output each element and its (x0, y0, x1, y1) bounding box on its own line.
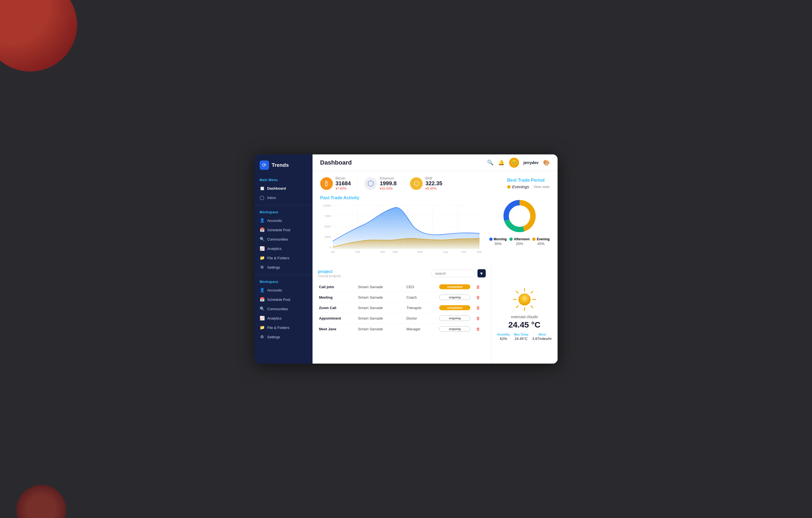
svg-line-33 (531, 306, 533, 308)
delete-icon[interactable]: 🗑 (472, 327, 484, 331)
evening-pct: 45% (538, 242, 545, 246)
svg-text:April: April (393, 250, 398, 253)
sidebar-item-schedule-label: Schedule Post (267, 228, 290, 232)
delete-icon[interactable]: 🗑 (472, 295, 484, 300)
svg-text:Mar: Mar (380, 250, 385, 253)
wind-label: Wind (538, 333, 546, 336)
workspace-label: Workspace (255, 208, 313, 216)
sidebar-item-dashboard[interactable]: ▦ Dashboard (255, 184, 313, 193)
person-name: Sriram Sarvade (358, 306, 405, 310)
search-button[interactable]: 🔍 (487, 159, 494, 166)
sidebar: ⟳ Trends Main Menu ▦ Dashboard ◯ Inbox W… (255, 154, 313, 364)
legend-afternoon: Afternoon 25% (510, 237, 529, 246)
maxtemp-value: 24.45°C (515, 337, 528, 341)
afternoon-pct: 25% (516, 242, 523, 246)
role-name: Coach (406, 295, 437, 300)
table-row: Meet Jane Sriram Sarvade Manager ongoing… (318, 324, 486, 334)
svg-text:10000: 10000 (323, 204, 331, 207)
sidebar-item-settings2[interactable]: ⚙ Settings (255, 332, 313, 342)
humidity-label: Humidity (497, 333, 510, 336)
svg-line-32 (516, 291, 518, 293)
task-name: Appointment (319, 316, 356, 321)
sidebar-item-schedule2[interactable]: 📅 Schedule Post (255, 295, 313, 304)
accounts-icon: 👤 (260, 218, 265, 223)
legend-evening: Evening 45% (532, 237, 550, 246)
crypto-row: ₿ Bitcoin 31684 ▾7.60% ⬡ Ethereum (320, 176, 550, 190)
palette-icon[interactable]: 🎨 (543, 159, 550, 166)
sidebar-divider2 (255, 275, 313, 275)
sidebar-item-accounts-label: Accounts (267, 218, 282, 223)
area-chart: 10000 7500 5000 2500 0 Jan Feb Mar April (320, 203, 483, 257)
svg-text:7500: 7500 (324, 215, 331, 217)
eth-icon: ⬡ (364, 177, 377, 190)
sidebar-item-files[interactable]: 📁 File & Folders (255, 253, 313, 263)
svg-line-34 (531, 291, 533, 293)
role-name: Therapist (406, 306, 437, 310)
search-input[interactable] (431, 270, 475, 277)
svg-text:5000: 5000 (324, 225, 331, 228)
task-name: Meeting (319, 295, 356, 300)
weather-temperature: 24.45 °C (508, 320, 541, 330)
status-badge: completed (439, 284, 470, 289)
humidity-value: 62% (500, 337, 507, 341)
sidebar-item-analytics[interactable]: 📈 Analytics (255, 244, 313, 253)
sidebar-item-communities-label: Communities (267, 237, 288, 241)
role-name: CEO (406, 285, 437, 289)
svg-text:Nov: Nov (461, 250, 466, 253)
username: jerrydev (523, 160, 538, 165)
btc-change: ▾7.60% (336, 187, 351, 190)
sidebar-item-schedule[interactable]: 📅 Schedule Post (255, 225, 313, 235)
sidebar-item-accounts2[interactable]: 👤 Accounts (255, 285, 313, 295)
avatar[interactable]: 😊 (509, 158, 519, 167)
search-bar-wrap: ▼ (431, 269, 486, 277)
best-trade-sub: Evenings View stats (507, 184, 550, 189)
task-name: Meet Jane (319, 327, 356, 331)
view-stats-link[interactable]: View stats (533, 185, 550, 189)
sidebar-item-inbox-label: Inbox (267, 196, 276, 200)
delete-icon[interactable]: 🗑 (472, 306, 484, 310)
sidebar-item-files2-label: File & Folders (267, 326, 289, 330)
page-title: Dashboard (320, 159, 352, 166)
person-name: Sriram Sarvade (358, 327, 405, 331)
svg-text:Aug: Aug (442, 250, 447, 253)
notifications-button[interactable]: 🔔 (498, 159, 505, 166)
sidebar-item-communities[interactable]: 🔍 Communities (255, 235, 313, 244)
bnb-info: BNB 322.35 ▾5.45% (426, 176, 442, 190)
project-title-block: project Overall projects (318, 269, 341, 278)
sidebar-item-settings-label: Settings (267, 265, 280, 270)
logo: ⟳ Trends (255, 160, 313, 176)
delete-icon[interactable]: 🗑 (472, 284, 484, 289)
crypto-eth: ⬡ Ethereum 1999.8 ▾10.43% (364, 176, 397, 190)
logo-icon: ⟳ (260, 160, 269, 170)
task-name: Call john (319, 285, 356, 289)
sidebar-item-communities2[interactable]: 🔍 Communities (255, 304, 313, 313)
sidebar-item-accounts2-label: Accounts (267, 288, 282, 292)
delete-icon[interactable]: 🗑 (472, 316, 484, 321)
sidebar-item-accounts[interactable]: 👤 Accounts (255, 216, 313, 225)
wind-stat: Wind 3.87miles/hr (532, 333, 552, 341)
analytics-icon: 📈 (260, 246, 265, 251)
sun-icon (512, 287, 537, 312)
sidebar-item-settings2-label: Settings (267, 335, 280, 339)
bnb-name: BNB (426, 176, 442, 180)
svg-text:May: May (417, 250, 423, 253)
svg-text:Dec: Dec (477, 250, 482, 253)
donut-legend: Morning 30% Afternoon 25% Evening 45% (489, 237, 550, 246)
sidebar-item-inbox[interactable]: ◯ Inbox (255, 193, 313, 202)
svg-text:2500: 2500 (324, 236, 331, 238)
sidebar-item-files2[interactable]: 📁 File & Folders (255, 323, 313, 332)
wind-value: 3.87miles/hr (532, 337, 552, 341)
filter-button[interactable]: ▼ (477, 269, 486, 277)
sidebar-item-analytics2[interactable]: 📈 Analytics (255, 313, 313, 323)
app-container: ⟳ Trends Main Menu ▦ Dashboard ◯ Inbox W… (255, 154, 558, 364)
btc-price: 31684 (336, 180, 351, 187)
task-name: Zoom Call (319, 306, 356, 310)
sidebar-item-dashboard-label: Dashboard (267, 186, 286, 190)
donut-section: Morning 30% Afternoon 25% Evening 45% (489, 195, 550, 246)
files-icon: 📁 (260, 255, 265, 261)
weather-stats: Humidity 62% Max.Temp 24.45°C Wind 3.87m… (496, 333, 553, 341)
bnb-change: ▾5.45% (426, 187, 442, 190)
communities-icon: 🔍 (260, 237, 265, 242)
morning-label: Morning (494, 237, 506, 241)
sidebar-item-settings[interactable]: ⚙ Settings (255, 263, 313, 272)
